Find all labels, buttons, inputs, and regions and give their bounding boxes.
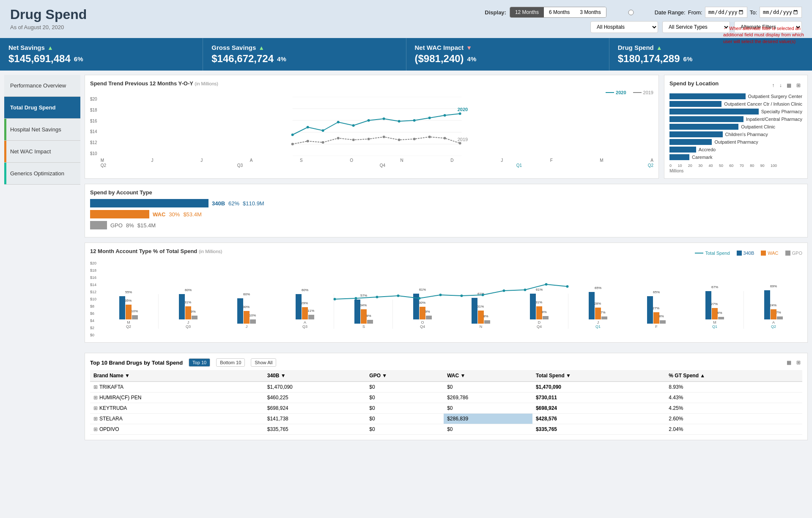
- location-x-axis: 0102030405060708090100: [669, 164, 802, 168]
- monthly-chart-panel: 12 Month Account Type % of Total Spend (…: [85, 243, 808, 343]
- total-spend-legend: Total Spend: [695, 251, 730, 256]
- orange-indicator: [4, 141, 6, 162]
- gpo-type: GPO: [110, 222, 123, 229]
- bar-wac-7: [478, 311, 484, 324]
- top-10-button[interactable]: Top 10: [189, 358, 210, 367]
- sidebar-item-generics[interactable]: Generics Optimization: [4, 163, 80, 185]
- annotation-text: ← When alternate filter is selected an a…: [723, 25, 808, 45]
- month-group-1: 55% 35% 10%: [100, 296, 157, 329]
- table-bar-icon[interactable]: ▦: [785, 359, 793, 366]
- quarter-label-2: Q3: [186, 324, 191, 329]
- sidebar-item-total-drug[interactable]: Total Drug Spend: [4, 97, 80, 119]
- col-wac[interactable]: WAC ▼: [444, 370, 532, 382]
- bar-340b-8: [530, 294, 536, 319]
- bar-wac-6: [420, 307, 425, 319]
- 340b-legend: 340B: [737, 251, 754, 256]
- table-export-icon[interactable]: ⊞: [795, 359, 802, 366]
- drug-340b-5: $335,765: [264, 424, 366, 435]
- bottom-10-button[interactable]: Bottom 10: [216, 358, 245, 367]
- bar-chart-icon-btn[interactable]: ▦: [785, 82, 793, 89]
- drug-total-3: $698,924: [532, 403, 665, 414]
- bar-gpo-3: [250, 319, 256, 324]
- from-date-input[interactable]: [705, 7, 747, 18]
- location-header: Spend by Location ↑ ↓ ▦ ⊞: [669, 80, 802, 90]
- col-brand-name[interactable]: Brand Name ▼: [90, 370, 264, 382]
- monthly-chart-header: 12 Month Account Type % of Total Spend (…: [90, 248, 802, 258]
- page-title: Drug Spend: [10, 7, 87, 22]
- 340b-type: 340B: [212, 200, 225, 207]
- bar-gpo-5: [367, 320, 373, 324]
- table-row: ⊞HUMIRA(CF) PEN $460,225 $0 $269,786 $73…: [90, 393, 802, 403]
- drug-wac-1: $0: [444, 382, 532, 393]
- month-label-3: J: [246, 324, 248, 329]
- account-type-bars: 340B 62% $110.9M WAC 30% $53.4M GPO 8%: [90, 199, 802, 229]
- month-label-5: S: [362, 324, 365, 329]
- month-label-11: M: [713, 320, 716, 324]
- x-axis-quarters: Q2Q3Q4Q1Q2: [101, 163, 653, 168]
- display-label: Display:: [485, 9, 506, 16]
- sidebar-item-performance[interactable]: Performance Overview: [4, 75, 80, 97]
- gpo-legend: GPO: [785, 251, 802, 256]
- quarter-label-4: Q3: [302, 324, 307, 329]
- teal-indicator: [4, 163, 6, 184]
- svg-point-26: [413, 138, 415, 140]
- svg-point-12: [382, 117, 385, 120]
- drug-name-5: ⊞OPDIVO: [90, 424, 264, 435]
- months-button-group: 12 Months 6 Months 3 Months: [510, 7, 606, 18]
- wac-bar: [90, 210, 149, 218]
- net-wac-label: Net WAC Impact ▼: [415, 44, 601, 51]
- bar-gpo-9: [601, 316, 607, 319]
- content-area: Spend Trend Previous 12 Months Y-O-Y (in…: [85, 75, 808, 440]
- service-types-filter[interactable]: All Service Types: [662, 21, 730, 33]
- month-label-10: F: [655, 324, 658, 329]
- svg-point-8: [321, 129, 324, 132]
- location-bar-row: Inpatient/Central Pharmacy: [669, 116, 802, 122]
- y-axis: $20$18$16$14$12$10: [90, 97, 99, 156]
- quarter-label-9: Q1: [595, 324, 601, 329]
- to-date-input[interactable]: [760, 7, 802, 18]
- 6-months-button[interactable]: 6 Months: [544, 7, 575, 17]
- bar-gpo-4: [308, 315, 314, 319]
- drug-pct-5: 2.04%: [665, 424, 802, 435]
- location-bar-row: Outpatient Surgery Center: [669, 93, 802, 99]
- location-icon-buttons: ↑ ↓ ▦ ⊞: [770, 82, 802, 89]
- col-340b[interactable]: 340B ▼: [264, 370, 366, 382]
- location-bar-row: Accredo: [669, 147, 802, 153]
- drug-pct-2: 4.43%: [665, 393, 802, 403]
- table-title: Top 10 Brand Drugs by Total Spend: [90, 360, 183, 366]
- bar-gpo-8: [543, 316, 549, 319]
- month-group-4: 60% 29% 11%: [276, 294, 334, 329]
- monthly-chart-title: 12 Month Account Type % of Total Spend (…: [90, 248, 222, 254]
- table-body: ⊞TRIKAFTA $1,470,090 $0 $0 $1,470,090 8.…: [90, 382, 802, 435]
- table-title-section: Top 10 Brand Drugs by Total Spend Top 10…: [90, 358, 276, 367]
- sidebar-item-wac[interactable]: Net WAC Impact: [4, 141, 80, 163]
- svg-text:2019: 2019: [457, 137, 467, 142]
- location-bar-row: Caremark: [669, 154, 802, 160]
- month-group-10: 65% 27% 8%: [628, 296, 685, 329]
- month-group-5: 57% 34% 9%: [335, 300, 393, 329]
- hospitals-filter[interactable]: All Hospitals: [590, 21, 658, 33]
- monthly-chart-body: $20$18$16$14$12$10$8$6$4$2$0: [90, 261, 802, 337]
- 3-months-button[interactable]: 3 Months: [575, 7, 606, 17]
- bar-outpatient-clinic: [669, 124, 738, 130]
- main-content: Performance Overview Total Drug Spend Ho…: [0, 71, 812, 444]
- drug-340b-1: $1,470,090: [264, 382, 366, 393]
- export-icon-btn[interactable]: ⊞: [795, 82, 802, 89]
- svg-point-18: [291, 143, 294, 145]
- col-gt-spend[interactable]: % GT Spend ▲: [665, 370, 802, 382]
- drug-spend-label: Drug Spend ▲: [618, 44, 804, 51]
- svg-point-7: [306, 126, 309, 128]
- sidebar-item-hospital[interactable]: Hospital Net Savings: [4, 119, 80, 141]
- date-range-radio[interactable]: [610, 10, 652, 15]
- wac-row: WAC 30% $53.4M: [90, 210, 802, 218]
- trend-chart-area: 2020 2019 MJJASONDJFMA Q2Q3Q4Q1Q2: [101, 97, 653, 168]
- 12-months-button[interactable]: 12 Months: [510, 7, 544, 17]
- drug-name-4: ⊞STELARA: [90, 414, 264, 424]
- col-total-spend[interactable]: Total Spend ▼: [532, 370, 665, 382]
- sort-down-icon-btn[interactable]: ↓: [778, 82, 784, 89]
- sort-up-icon-btn[interactable]: ↑: [770, 82, 776, 89]
- show-all-button[interactable]: Show All: [251, 358, 276, 367]
- col-gpo[interactable]: GPO ▼: [366, 370, 444, 382]
- bar-outpatient-surgery: [669, 93, 746, 99]
- bar-wac-5: [361, 309, 367, 324]
